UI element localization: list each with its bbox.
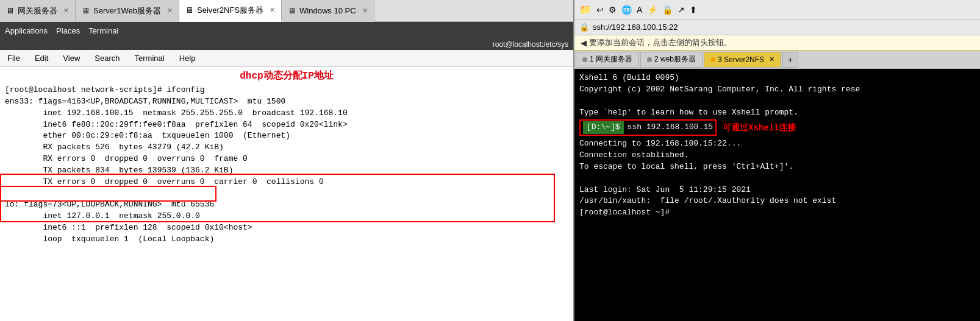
tab-icon-server2nfs: 🖥 — [185, 5, 193, 15]
tab-windows10[interactable]: 🖥 Windows 10 PC ✕ — [282, 0, 374, 22]
xshell-tab-2[interactable]: 2 web服务器 — [640, 52, 703, 68]
xshell-panel: 📁 ↩ ⚙ 🌐 A ⚡ 🔒 ↗ ⬆ 🔒 ssh://192.168.100.15… — [573, 0, 980, 321]
app-bar: Applications Places Terminal — [0, 22, 573, 39]
menu-edit[interactable]: Edit — [32, 52, 51, 64]
tab-close-gateway[interactable]: ✕ — [63, 7, 69, 15]
tab-label-windows10: Windows 10 PC — [299, 6, 356, 15]
tab-close-server2nfs[interactable]: ✕ — [270, 6, 275, 14]
terminal-output: [root@localhost network-scripts]# ifconf… — [5, 85, 568, 245]
ssh-command-row: [D:\~]$ ssh 192.168.100.15 可通过Xshell连接 — [579, 119, 975, 136]
appbar-applications[interactable]: Applications — [5, 26, 48, 35]
left-terminal-panel: 🖥 网关服务器 ✕ 🖥 Server1Web服务器 ✕ 🖥 Seiver2NFS… — [0, 0, 573, 321]
xshell-tab-label-3: 3 Server2NFS — [718, 55, 764, 64]
tab-label-server1web: Server1Web服务器 — [93, 5, 161, 16]
tab-dot-2 — [647, 57, 652, 62]
tab-server1web[interactable]: 🖥 Server1Web服务器 ✕ — [76, 0, 179, 22]
xshell-address-bar: 🔒 ssh://192.168.100.15:22 — [574, 19, 980, 35]
xshell-ssh-command: ssh 192.168.100.15 — [628, 122, 713, 133]
toolbar-icon-8: ⬆ — [690, 5, 697, 15]
xshell-address-text[interactable]: ssh://192.168.100.15:22 — [593, 23, 678, 32]
terminal-title: root@localhost:/etc/sys — [0, 39, 573, 50]
toolbar-icon-7: ↗ — [678, 5, 685, 15]
tab-dot-3 — [710, 57, 715, 62]
terminal-title-text: root@localhost:/etc/sys — [493, 40, 568, 49]
dhcp-title: dhcp动态分配IP地址 — [5, 69, 568, 82]
xshell-tabs: 1 网关服务器 2 web服务器 3 Server2NFS ✕ + — [574, 51, 980, 69]
menu-help[interactable]: Help — [177, 52, 198, 64]
notice-arrow-icon: ◀ — [581, 38, 587, 48]
xshell-tab-label-2: 2 web服务器 — [654, 54, 696, 65]
toolbar-icon-1: ↩ — [596, 5, 604, 15]
xshell-notice-text: 要添加当前会话，点击左侧的箭头按钮。 — [589, 37, 732, 48]
tab-label-server2nfs: Seiver2NFS服务器 — [197, 5, 263, 16]
appbar-terminal[interactable]: Terminal — [88, 26, 118, 35]
xshell-tab-3[interactable]: 3 Server2NFS ✕ — [704, 52, 781, 68]
toolbar-icon-6: 🔒 — [662, 5, 673, 15]
menu-bar: File Edit View Search Terminal Help — [0, 50, 573, 67]
tab-gateway[interactable]: 🖥 网关服务器 ✕ — [0, 0, 76, 22]
tab-close-server1web[interactable]: ✕ — [167, 7, 173, 15]
menu-file[interactable]: File — [5, 52, 23, 64]
xshell-tab-add[interactable]: + — [782, 52, 798, 68]
xshell-prompt: [D:\~]$ — [583, 121, 624, 134]
folder-icon: 📁 — [579, 4, 592, 15]
toolbar-icon-3: 🌐 — [621, 5, 632, 15]
menu-view[interactable]: View — [60, 52, 82, 64]
tab-server2nfs[interactable]: 🖥 Seiver2NFS服务器 ✕ — [179, 0, 282, 22]
xshell-tab-label-1: 1 网关服务器 — [590, 54, 632, 65]
xshell-notice: ◀ 要添加当前会话，点击左侧的箭头按钮。 — [574, 35, 980, 51]
tab-icon-gateway: 🖥 — [6, 6, 14, 15]
toolbar-icon-4: A — [637, 5, 642, 15]
tab-dot-1 — [582, 57, 587, 62]
xshell-tab-1[interactable]: 1 网关服务器 — [576, 52, 639, 68]
terminal-content: dhcp动态分配IP地址 [root@localhost network-scr… — [0, 67, 573, 321]
toolbar-icon-2: ⚙ — [609, 5, 617, 15]
toolbar-icon-5: ⚡ — [647, 5, 657, 15]
xshell-tab-close-3[interactable]: ✕ — [769, 55, 774, 63]
tab-icon-server1web: 🖥 — [82, 6, 90, 15]
appbar-places[interactable]: Places — [56, 26, 80, 35]
tab-bar: 🖥 网关服务器 ✕ 🖥 Server1Web服务器 ✕ 🖥 Seiver2NFS… — [0, 0, 573, 22]
xshell-note: 可通过Xshell连接 — [723, 122, 796, 134]
lock-icon: 🔒 — [579, 23, 589, 32]
xshell-header: Xshell 6 (Build 0095) Copyright (c) 2002… — [579, 72, 975, 118]
tab-label-gateway: 网关服务器 — [18, 5, 57, 16]
xshell-terminal[interactable]: Xshell 6 (Build 0095) Copyright (c) 2002… — [574, 69, 980, 321]
xshell-connect-output: Connecting to 192.168.100.15:22... Conne… — [579, 138, 975, 219]
tab-close-windows10[interactable]: ✕ — [362, 7, 368, 15]
menu-search[interactable]: Search — [92, 52, 122, 64]
tab-icon-windows10: 🖥 — [288, 6, 296, 15]
xshell-topbar: 📁 ↩ ⚙ 🌐 A ⚡ 🔒 ↗ ⬆ — [574, 0, 980, 19]
ssh-command-box: [D:\~]$ ssh 192.168.100.15 — [579, 119, 717, 136]
menu-terminal[interactable]: Terminal — [132, 52, 167, 64]
